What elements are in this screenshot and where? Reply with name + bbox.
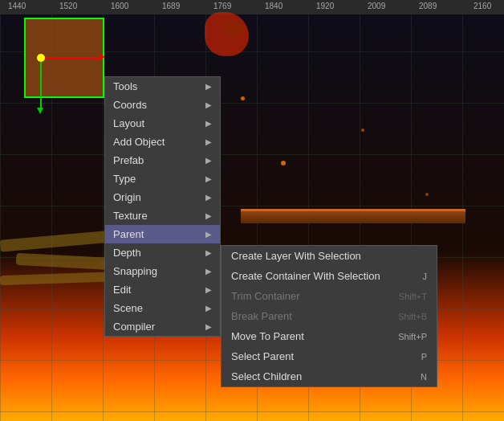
menu-item-edit[interactable]: Edit ▶ [105,280,220,299]
menu-item-coords[interactable]: Coords ▶ [105,96,220,114]
ruler-mark: 1920 [316,2,334,10]
creature-blob [221,20,245,36]
submenu-item-select-children[interactable]: Select Children N [222,366,437,386]
menu-item-origin[interactable]: Origin ▶ [105,188,220,206]
particle [361,129,364,132]
submenu-arrow: ▶ [205,267,212,276]
ruler-mark: 2089 [419,2,437,10]
x-axis-arrow [45,57,101,59]
menu-item-tools[interactable]: Tools ▶ [105,77,220,96]
menu-item-parent[interactable]: Parent ▶ [105,225,220,243]
submenu-arrow: ▶ [205,230,212,239]
ruler-mark: 1440 [8,2,26,10]
particle [281,161,286,166]
submenu-item-move-to-parent[interactable]: Move To Parent Shift+P [222,326,437,346]
submenu-arrow: ▶ [205,304,212,313]
submenu-arrow: ▶ [205,285,212,294]
ruler-mark: 1689 [162,2,180,10]
menu-item-compiler[interactable]: Compiler ▶ [105,317,220,336]
submenu-item-break-parent: Break Parent Shift+B [222,306,437,326]
ruler-mark: 2160 [474,2,491,10]
submenu-arrow: ▶ [205,211,212,220]
platform [241,209,465,223]
context-menu: Tools ▶ Coords ▶ Layout ▶ Add Object ▶ P… [104,76,221,337]
submenu-arrow: ▶ [205,119,212,128]
parent-submenu: Create Layer With Selection Create Conta… [221,245,437,387]
submenu-item-create-layer[interactable]: Create Layer With Selection [222,246,437,266]
selected-object [24,18,104,98]
particle [425,193,429,196]
submenu-arrow: ▶ [205,100,212,109]
submenu-item-trim-container: Trim Container Shift+T [222,286,437,306]
submenu-item-create-container[interactable]: Create Container With Selection J [222,266,437,286]
game-background: 1440 1520 1600 1689 1769 1840 1920 2009 … [0,0,504,421]
menu-item-snapping[interactable]: Snapping ▶ [105,262,220,280]
menu-item-type[interactable]: Type ▶ [105,170,220,188]
ruler-mark: 1769 [213,2,231,10]
particle [241,96,245,100]
submenu-arrow: ▶ [205,193,212,202]
submenu-arrow: ▶ [205,137,212,146]
menu-item-scene[interactable]: Scene ▶ [105,299,220,317]
submenu-arrow: ▶ [205,156,212,165]
menu-item-depth[interactable]: Depth ▶ [105,243,220,262]
menu-item-layout[interactable]: Layout ▶ [105,114,220,133]
y-axis-arrow [40,62,42,110]
submenu-arrow: ▶ [205,82,212,91]
submenu-arrow: ▶ [205,174,212,183]
ruler-mark: 1840 [265,2,282,10]
submenu-arrow: ▶ [205,322,212,331]
ruler-top: 1440 1520 1600 1689 1769 1840 1920 2009 … [0,0,504,14]
ruler-mark: 2009 [368,2,385,10]
origin-point [37,54,45,62]
menu-item-prefab[interactable]: Prefab ▶ [105,151,220,170]
menu-item-add-object[interactable]: Add Object ▶ [105,133,220,151]
menu-item-texture[interactable]: Texture ▶ [105,206,220,225]
submenu-item-select-parent[interactable]: Select Parent P [222,346,437,366]
ruler-mark: 1600 [111,2,128,10]
submenu-arrow: ▶ [205,248,212,257]
ruler-mark: 1520 [59,2,77,10]
